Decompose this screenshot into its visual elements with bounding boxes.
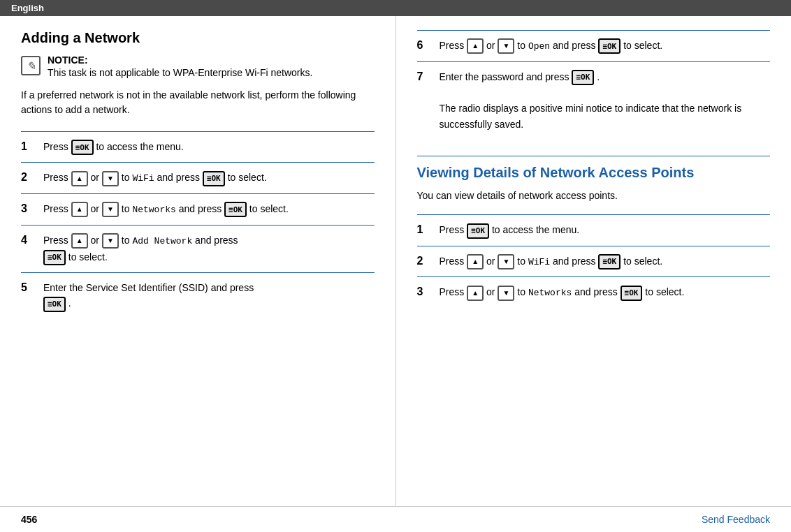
monospace-wifi-2: WiFi (132, 173, 154, 184)
s2-step-1-content: Press ≡OK to access the menu. (440, 222, 771, 238)
right-column: 6 Press ▲ or ▼ to Open and press ≡OK to … (396, 16, 792, 506)
monospace-networks-3: Networks (132, 205, 175, 215)
step-5-content: Enter the Service Set Identifier (SSID) … (43, 280, 375, 312)
step-2-number: 2 (21, 170, 35, 184)
monospace-wifi-s2-2: WiFi (528, 257, 550, 267)
notice-text: This task is not applicable to WPA-Enter… (48, 67, 312, 78)
left-intro: If a preferred network is not in the ava… (21, 88, 375, 117)
notice-box: ✎ NOTICE: This task is not applicable to… (21, 54, 375, 78)
arrow-down-6: ▼ (498, 38, 514, 54)
ok-btn-5: ≡OK (43, 297, 66, 312)
step-2-content: Press ▲ or ▼ to WiFi and press ≡OK to se… (43, 170, 375, 186)
step-4-number: 4 (21, 232, 35, 246)
ok-btn-s2-3: ≡OK (621, 286, 643, 301)
arrow-down-s2-3: ▼ (498, 286, 514, 301)
left-column: Adding a Network ✎ NOTICE: This task is … (0, 16, 396, 506)
step-3-content: Press ▲ or ▼ to Networks and press ≡OK t… (43, 201, 375, 218)
s2-step-3-number: 3 (417, 284, 431, 298)
step-3: 3 Press ▲ or ▼ to Networks and press ≡OK… (21, 193, 375, 225)
ok-btn-3: ≡OK (224, 202, 247, 217)
ok-btn-2: ≡OK (203, 171, 225, 186)
top-bar: English (0, 0, 791, 16)
step-6: 6 Press ▲ or ▼ to Open and press ≡OK to … (417, 30, 771, 61)
s2-step-2: 2 Press ▲ or ▼ to WiFi and press ≡OK to … (417, 246, 771, 277)
section2-intro: You can view details of network access p… (417, 189, 771, 203)
arrow-down-2: ▼ (102, 171, 119, 186)
arrow-down-4: ▼ (102, 233, 119, 249)
s2-step-2-number: 2 (417, 253, 431, 267)
arrow-up-2: ▲ (71, 171, 88, 186)
ok-btn-s2-1: ≡OK (467, 223, 489, 239)
content-area: Adding a Network ✎ NOTICE: This task is … (0, 16, 791, 506)
notice-content: NOTICE: This task is not applicable to W… (48, 54, 312, 78)
arrow-up-6: ▲ (467, 38, 484, 54)
arrow-up-s2-2: ▲ (467, 254, 484, 269)
step-4: 4 Press ▲ or ▼ to Add Network and press … (21, 225, 375, 272)
notice-label: NOTICE: (48, 54, 312, 66)
s2-step-1-number: 1 (417, 222, 431, 236)
s2-step-3-content: Press ▲ or ▼ to Networks and press ≡OK t… (440, 284, 771, 301)
step-6-number: 6 (417, 38, 431, 52)
ok-btn-7: ≡OK (572, 70, 594, 85)
section2-divider (417, 156, 771, 163)
notice-icon: ✎ (21, 56, 41, 75)
language-label: English (11, 3, 44, 13)
step-3-number: 3 (21, 201, 35, 215)
ok-btn-s2-2: ≡OK (598, 254, 621, 269)
step-1-content: Press ≡OK to access the menu. (43, 139, 375, 155)
page-number: 456 (21, 514, 37, 525)
arrow-down-3: ▼ (102, 202, 119, 217)
s2-step-1: 1 Press ≡OK to access the menu. (417, 214, 771, 245)
arrow-down-s2-2: ▼ (498, 254, 514, 269)
section2-title: Viewing Details of Network Access Points (417, 163, 771, 182)
step-7-number: 7 (417, 69, 431, 83)
step-5: 5 Enter the Service Set Identifier (SSID… (21, 272, 375, 319)
step-7-note: The radio displays a positive mini notic… (440, 103, 742, 129)
step-5-number: 5 (21, 280, 35, 294)
step-7-content: Enter the password and press ≡OK . The r… (440, 69, 771, 132)
step-7: 7 Enter the password and press ≡OK . The… (417, 61, 771, 139)
s2-step-2-content: Press ▲ or ▼ to WiFi and press ≡OK to se… (440, 253, 771, 270)
monospace-addnetwork-4: Add Network (132, 236, 192, 246)
step-1: 1 Press ≡OK to access the menu. (21, 131, 375, 162)
monospace-networks-s2-3: Networks (528, 288, 572, 298)
left-section-title: Adding a Network (21, 30, 375, 46)
step-4-content: Press ▲ or ▼ to Add Network and press ≡O… (43, 232, 375, 265)
monospace-open-6: Open (528, 41, 550, 52)
ok-btn-1: ≡OK (71, 140, 94, 155)
footer: 456 Send Feedback (0, 506, 791, 532)
s2-step-3: 3 Press ▲ or ▼ to Networks and press ≡OK… (417, 276, 771, 308)
ok-btn-4: ≡OK (43, 250, 66, 265)
arrow-up-s2-3: ▲ (467, 286, 484, 301)
send-feedback-link[interactable]: Send Feedback (702, 514, 770, 525)
ok-btn-6: ≡OK (598, 38, 621, 54)
step-2: 2 Press ▲ or ▼ to WiFi and press ≡OK to … (21, 162, 375, 193)
step-6-content: Press ▲ or ▼ to Open and press ≡OK to se… (440, 38, 771, 54)
arrow-up-4: ▲ (71, 233, 88, 249)
step-1-number: 1 (21, 139, 35, 153)
arrow-up-3: ▲ (71, 202, 88, 217)
